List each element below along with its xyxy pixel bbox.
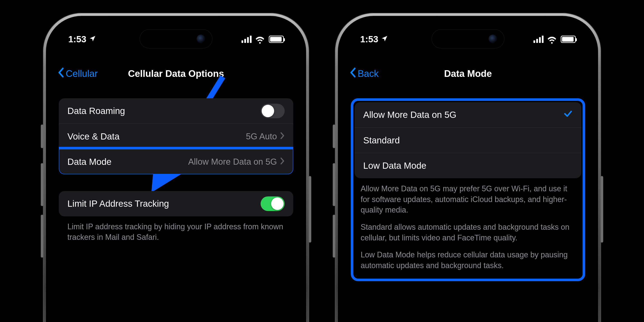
option-standard[interactable]: Standard bbox=[355, 128, 581, 153]
row-value: Allow More Data on 5G bbox=[188, 157, 277, 166]
cellular-signal-icon bbox=[242, 36, 252, 43]
row-value: 5G Auto bbox=[246, 132, 277, 141]
chevron-left-icon bbox=[58, 68, 64, 80]
settings-group-data-mode: Allow More Data on 5G Standard Low Data … bbox=[355, 102, 581, 178]
status-time: 1:53 bbox=[360, 34, 388, 44]
cellular-signal-icon bbox=[534, 36, 544, 43]
battery-icon bbox=[269, 36, 284, 43]
row-label: Limit IP Address Tracking bbox=[68, 198, 169, 209]
clock-label: 1:53 bbox=[360, 34, 378, 44]
battery-icon bbox=[561, 36, 576, 43]
wifi-icon bbox=[256, 36, 265, 43]
description-text: Allow More Data on 5G may prefer 5G over… bbox=[361, 183, 575, 215]
side-button bbox=[333, 124, 335, 148]
nav-bar: Cellular Cellular Data Options bbox=[49, 64, 303, 83]
toggle-limit-ip[interactable] bbox=[260, 196, 285, 211]
wifi-icon bbox=[548, 36, 557, 43]
side-button bbox=[41, 163, 43, 206]
back-label: Back bbox=[358, 68, 379, 79]
clock-label: 1:53 bbox=[68, 34, 86, 44]
side-button bbox=[41, 215, 43, 258]
location-icon bbox=[381, 34, 388, 44]
side-button bbox=[601, 176, 603, 242]
row-limit-ip-tracking[interactable]: Limit IP Address Tracking bbox=[59, 191, 293, 216]
nav-bar: Back Data Mode bbox=[341, 64, 595, 83]
dynamic-island bbox=[140, 29, 212, 48]
status-time: 1:53 bbox=[68, 34, 96, 44]
row-label: Data Mode bbox=[68, 157, 112, 167]
phone-cellular-data-options: 1:53 Cellular Cellular Data Options bbox=[43, 13, 309, 322]
row-data-mode[interactable]: Data Mode Allow More Data on 5G bbox=[59, 149, 293, 174]
row-label: Voice & Data bbox=[68, 132, 120, 142]
row-data-roaming[interactable]: Data Roaming bbox=[59, 98, 293, 124]
location-icon bbox=[89, 34, 96, 44]
side-button bbox=[333, 215, 335, 258]
dynamic-island bbox=[432, 29, 504, 48]
toggle-data-roaming[interactable] bbox=[260, 104, 285, 118]
option-label: Allow More Data on 5G bbox=[363, 110, 456, 120]
description-text: Standard allows automatic updates and ba… bbox=[361, 222, 575, 243]
back-button[interactable]: Cellular bbox=[58, 68, 98, 80]
side-button bbox=[333, 163, 335, 206]
checkmark-icon bbox=[563, 109, 573, 121]
description-block: Allow More Data on 5G may prefer 5G over… bbox=[355, 178, 581, 277]
side-button bbox=[41, 124, 43, 148]
option-label: Low Data Mode bbox=[363, 160, 426, 171]
row-label: Data Roaming bbox=[68, 106, 125, 116]
option-label: Standard bbox=[363, 135, 400, 146]
back-button[interactable]: Back bbox=[350, 68, 379, 80]
option-low-data[interactable]: Low Data Mode bbox=[355, 153, 581, 178]
option-allow-more-5g[interactable]: Allow More Data on 5G bbox=[355, 102, 581, 128]
chevron-right-icon bbox=[280, 132, 285, 141]
highlight-annotation: Allow More Data on 5G Standard Low Data … bbox=[351, 98, 585, 281]
row-voice-data[interactable]: Voice & Data 5G Auto bbox=[59, 124, 293, 149]
chevron-right-icon bbox=[280, 157, 285, 166]
settings-group-cellular: Data Roaming Voice & Data 5G Auto Data M… bbox=[59, 98, 293, 174]
side-button bbox=[309, 176, 311, 242]
settings-group-ip: Limit IP Address Tracking bbox=[59, 191, 293, 216]
description-text: Low Data Mode helps reduce cellular data… bbox=[361, 250, 575, 271]
phone-data-mode: 1:53 Back Data Mode bbox=[335, 13, 601, 322]
page-title: Data Mode bbox=[341, 68, 595, 79]
chevron-left-icon bbox=[350, 68, 356, 80]
back-label: Cellular bbox=[66, 68, 98, 79]
footer-note: Limit IP address tracking by hiding your… bbox=[59, 216, 293, 242]
